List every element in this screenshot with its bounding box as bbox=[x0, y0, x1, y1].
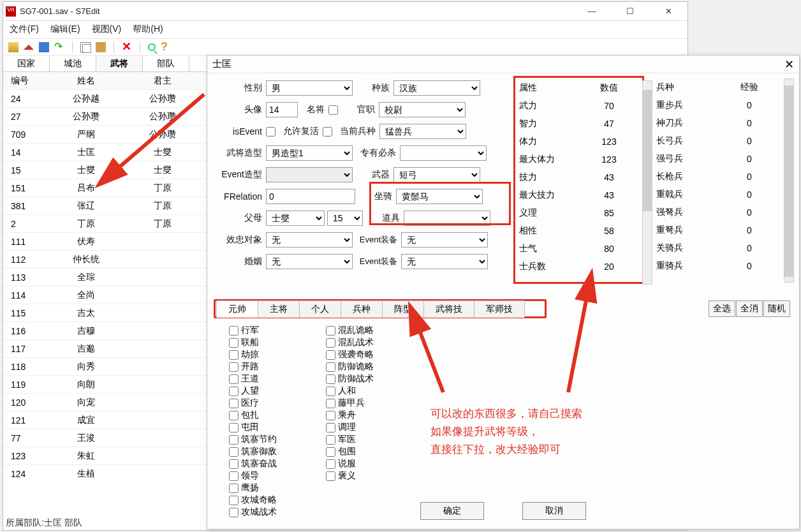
skill-checkbox[interactable] bbox=[229, 350, 239, 360]
troop-row[interactable]: 重骑兵0 bbox=[654, 257, 784, 275]
isevent-checkbox[interactable] bbox=[266, 127, 276, 137]
special-select[interactable] bbox=[400, 145, 487, 161]
menu-help[interactable]: 帮助(H) bbox=[133, 24, 163, 36]
skill-tab[interactable]: 个人 bbox=[299, 300, 341, 318]
skill-item[interactable]: 混乱诡略 bbox=[326, 325, 415, 337]
save-icon[interactable] bbox=[39, 42, 49, 52]
tab-general[interactable]: 武将 bbox=[96, 55, 143, 71]
skill-checkbox[interactable] bbox=[326, 435, 335, 445]
cancel-button[interactable]: 取消 bbox=[522, 502, 586, 520]
troop-row[interactable]: 长枪兵0 bbox=[654, 168, 784, 186]
troop-row[interactable]: 神刀兵0 bbox=[654, 114, 784, 132]
skill-checkbox[interactable] bbox=[229, 362, 239, 372]
skill-item[interactable]: 藤甲兵 bbox=[326, 397, 415, 410]
troop-row[interactable]: 关骑兵0 bbox=[654, 239, 784, 257]
th-lord[interactable]: 君主 bbox=[124, 75, 201, 87]
skill-tab[interactable]: 军师技 bbox=[474, 300, 525, 318]
tab-country[interactable]: 国家 bbox=[3, 55, 50, 71]
attr-row[interactable]: 义理85 bbox=[517, 204, 641, 222]
skill-checkbox[interactable] bbox=[326, 459, 335, 469]
skill-tab[interactable]: 兵种 bbox=[341, 300, 383, 318]
attr-row[interactable]: 技力43 bbox=[517, 168, 641, 186]
attr-scrollbar[interactable] bbox=[642, 80, 652, 284]
skill-checkbox[interactable] bbox=[326, 362, 335, 372]
skill-checkbox[interactable] bbox=[229, 435, 239, 445]
delete-icon[interactable]: ✕ bbox=[122, 42, 132, 52]
skill-checkbox[interactable] bbox=[326, 338, 335, 348]
skill-item[interactable]: 筑寨奋战 bbox=[229, 458, 318, 470]
attr-row[interactable]: 士兵数20 bbox=[517, 258, 641, 276]
troop-row[interactable]: 重步兵0 bbox=[654, 96, 784, 114]
attr-row[interactable]: 最大技力43 bbox=[517, 186, 641, 204]
skill-item[interactable]: 调理 bbox=[326, 422, 415, 434]
skill-item[interactable]: 乘舟 bbox=[326, 410, 415, 422]
skill-item[interactable]: 人和 bbox=[326, 385, 415, 397]
weapon-select[interactable]: 短弓 bbox=[393, 167, 480, 182]
skill-checkbox[interactable] bbox=[229, 484, 239, 493]
select-none-button[interactable]: 全消 bbox=[736, 300, 763, 317]
skill-item[interactable]: 筑寨节约 bbox=[229, 434, 318, 446]
skill-item[interactable]: 领导 bbox=[229, 470, 318, 482]
skill-item[interactable]: 劫掠 bbox=[229, 349, 318, 361]
skill-item[interactable]: 军医 bbox=[326, 434, 415, 446]
gender-select[interactable]: 男 bbox=[266, 80, 353, 96]
maximize-button[interactable]: ☐ bbox=[616, 3, 644, 20]
frel-input[interactable] bbox=[266, 189, 355, 204]
skill-item[interactable]: 褒义 bbox=[326, 470, 415, 482]
troop-row[interactable]: 重弩兵0 bbox=[654, 221, 784, 239]
skill-checkbox[interactable] bbox=[326, 411, 335, 420]
skill-checkbox[interactable] bbox=[326, 387, 335, 396]
avatar-input[interactable] bbox=[266, 102, 298, 117]
skill-checkbox[interactable] bbox=[326, 423, 335, 432]
skill-checkbox[interactable] bbox=[326, 471, 335, 481]
close-button[interactable]: ✕ bbox=[654, 3, 682, 20]
evequip-select[interactable]: 无 bbox=[401, 232, 488, 248]
skill-tab[interactable]: 元帅 bbox=[216, 300, 258, 318]
curtroop-select[interactable]: 猛兽兵 bbox=[379, 124, 466, 139]
attr-row[interactable]: 士气80 bbox=[517, 240, 641, 258]
troop-scrollbar[interactable] bbox=[784, 78, 794, 283]
menu-file[interactable]: 文件(F) bbox=[10, 24, 39, 36]
attr-row[interactable]: 武力70 bbox=[517, 97, 641, 115]
troop-row[interactable]: 重戟兵0 bbox=[654, 186, 784, 203]
search-icon[interactable] bbox=[148, 43, 156, 51]
skill-checkbox[interactable] bbox=[229, 326, 239, 336]
attr-row[interactable]: 相性58 bbox=[517, 222, 641, 240]
th-id[interactable]: 编号 bbox=[3, 75, 48, 87]
skill-checkbox[interactable] bbox=[326, 350, 335, 360]
skill-checkbox[interactable] bbox=[229, 387, 239, 396]
skill-tab[interactable]: 主将 bbox=[258, 300, 300, 318]
skill-item[interactable]: 鹰扬 bbox=[229, 482, 318, 494]
skill-item[interactable]: 说服 bbox=[326, 458, 415, 470]
marriage-select[interactable]: 无 bbox=[266, 254, 353, 269]
menu-view[interactable]: 视图(V) bbox=[92, 24, 122, 36]
liege-select[interactable]: 无 bbox=[266, 232, 353, 248]
attr-row[interactable]: 最大体力123 bbox=[517, 151, 641, 168]
skill-checkbox[interactable] bbox=[229, 447, 239, 457]
skill-item[interactable]: 屯田 bbox=[229, 422, 318, 434]
tab-city[interactable]: 城池 bbox=[50, 55, 96, 71]
skill-checkbox[interactable] bbox=[229, 471, 239, 481]
office-select[interactable]: 校尉 bbox=[379, 102, 466, 117]
skill-checkbox[interactable] bbox=[229, 411, 239, 420]
troop-row[interactable]: 强弩兵0 bbox=[654, 203, 784, 221]
skill-item[interactable]: 强袭奇略 bbox=[326, 349, 415, 361]
skill-checkbox[interactable] bbox=[229, 399, 239, 408]
skill-checkbox[interactable] bbox=[326, 399, 335, 408]
model-select[interactable]: 男造型1 bbox=[266, 145, 353, 161]
skill-checkbox[interactable] bbox=[229, 374, 239, 384]
tab-troop[interactable]: 部队 bbox=[143, 55, 189, 71]
attr-row[interactable]: 体力123 bbox=[517, 133, 641, 151]
skill-item[interactable]: 人望 bbox=[229, 385, 318, 397]
parent-num-select[interactable]: 15 bbox=[327, 211, 363, 226]
skill-checkbox[interactable] bbox=[326, 326, 335, 336]
revive-checkbox[interactable] bbox=[323, 127, 332, 137]
paste-icon[interactable] bbox=[96, 42, 106, 52]
skill-item[interactable]: 筑寨御敌 bbox=[229, 446, 318, 458]
minimize-button[interactable]: — bbox=[578, 3, 606, 20]
skill-item[interactable]: 开路 bbox=[229, 361, 318, 373]
skill-checkbox[interactable] bbox=[229, 338, 239, 348]
skill-item[interactable]: 防御诡略 bbox=[326, 361, 415, 373]
copy-icon[interactable] bbox=[80, 42, 91, 52]
skill-item[interactable]: 行军 bbox=[229, 325, 318, 337]
